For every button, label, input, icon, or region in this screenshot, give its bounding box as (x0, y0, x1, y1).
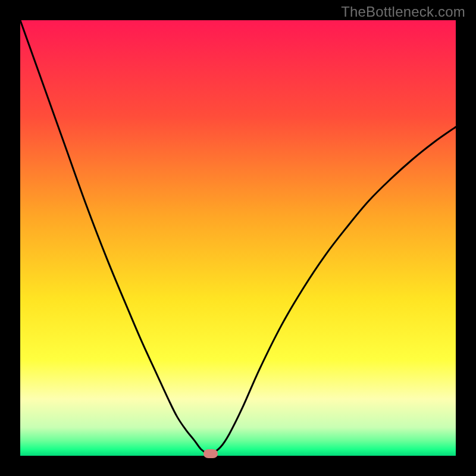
chart-frame: TheBottleneck.com (0, 0, 476, 476)
optimal-point-marker (203, 449, 218, 458)
bottleneck-chart (20, 20, 456, 456)
watermark-text: TheBottleneck.com (341, 4, 465, 20)
gradient-background (20, 20, 456, 456)
